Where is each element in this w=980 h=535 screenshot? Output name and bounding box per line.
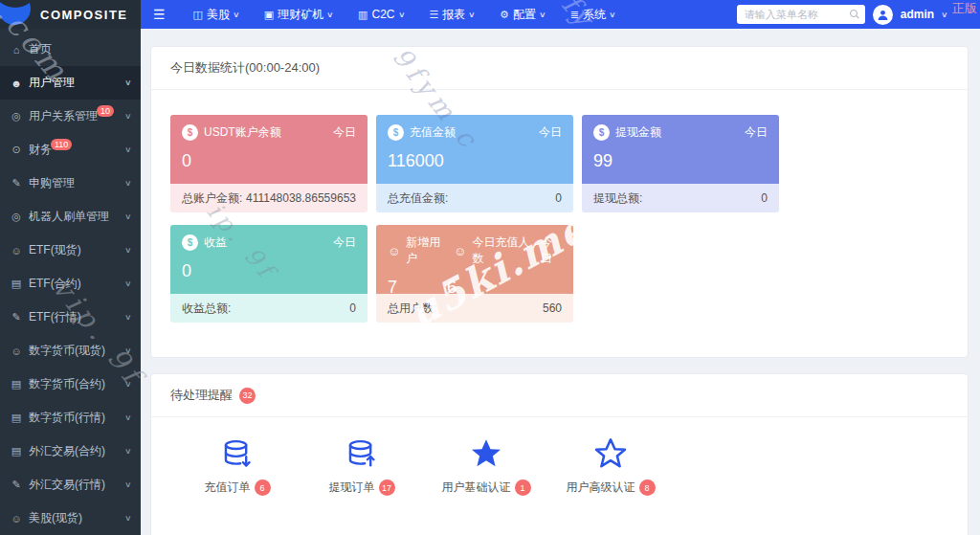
pending-basic-verification[interactable]: 用户基础认证 1 — [424, 436, 548, 496]
count-badge: 17 — [379, 479, 395, 496]
count-badge: 8 — [639, 479, 656, 496]
chevron-down-icon: ∨ — [124, 78, 132, 87]
sidebar: ⌂ 首页 ☻ 用户管理 ∨ ◎ 用户关系管理 10 ∨ ⊙ 财务 110 ∨ ✎… — [0, 29, 141, 535]
robot-icon: ◎ — [10, 211, 23, 223]
nav-item-c2c[interactable]: ▥ C2C ∨ — [358, 8, 404, 21]
stat-label: 新增用户 — [406, 234, 448, 267]
stat-label: 提现金额 — [615, 124, 661, 141]
count-badge: 32 — [239, 388, 256, 404]
sidebar-item-home[interactable]: ⌂ 首页 — [0, 33, 141, 66]
nav-item-reports[interactable]: ☰ 报表 ∨ — [429, 7, 475, 23]
stat-card-profit: $ 收益 今日 0 收益总额: 0 — [170, 225, 368, 323]
chevron-down-icon: ∨ — [124, 313, 132, 322]
sidebar-item-crypto-spot[interactable]: ☺ 数字货币(现货) ∨ — [0, 334, 141, 368]
panel-title: 今日数据统计(00:00-24:00) — [151, 47, 968, 90]
stat-value: 116000 — [388, 151, 562, 171]
stat-value-recharge-users: 6 — [447, 278, 457, 298]
sidebar-item-user-relations[interactable]: ◎ 用户关系管理 10 ∨ — [0, 100, 141, 133]
smiley-icon: ☺ — [10, 245, 23, 256]
count-badge: 10 — [97, 105, 114, 117]
nav-item-mining[interactable]: ▣ 理财矿机 ∨ — [264, 7, 333, 23]
stat-foot-label: 总用户数: — [388, 301, 436, 317]
stat-foot-label: 收益总额: — [182, 301, 231, 317]
sidebar-item-forex-contract[interactable]: ▤ 外汇交易(合约) ∨ — [0, 435, 141, 468]
chevron-down-icon: ∨ — [124, 145, 132, 154]
stat-value: 99 — [593, 151, 768, 171]
stat-value: 0 — [182, 151, 356, 171]
stat-value-new-users: 7 — [388, 278, 397, 298]
nav-item-system[interactable]: ≣ 系统 ∨ — [570, 7, 615, 23]
document-icon: ▤ — [10, 378, 23, 390]
panel-icon: ▣ — [264, 9, 274, 21]
topbar-right: admin ∨ — [737, 5, 980, 25]
nav-item-us-stock[interactable]: ◫ 美股 ∨ — [193, 7, 239, 23]
list-icon: ≣ — [570, 9, 579, 21]
chevron-down-icon: ∨ — [124, 480, 132, 489]
smiley-icon: ☺ — [454, 244, 466, 258]
sidebar-item-user-management[interactable]: ☻ 用户管理 ∨ — [0, 66, 141, 100]
chevron-down-icon: ∨ — [609, 11, 616, 19]
username[interactable]: admin — [901, 8, 934, 21]
sidebar-item-subscription[interactable]: ✎ 申购管理 ∨ — [0, 167, 141, 200]
stat-label: 今日充值人数 — [472, 234, 535, 267]
pencil-icon: ✎ — [10, 479, 23, 491]
smiley-icon: ☺ — [388, 244, 400, 258]
coin-icon: $ — [182, 124, 198, 141]
today-stats-panel: 今日数据统计(00:00-24:00) $ USDT账户余额 今日 0 — [150, 46, 969, 358]
user-avatar-icon — [877, 9, 889, 21]
main-content: 今日数据统计(00:00-24:00) $ USDT账户余额 今日 0 — [141, 29, 980, 535]
stat-value: 0 — [182, 261, 356, 281]
stat-foot-value: 0 — [761, 191, 768, 205]
top-nav-bar: ☰ ◫ 美股 ∨ ▣ 理财矿机 ∨ ▥ C2C ∨ ☰ — [141, 0, 980, 29]
dashboard-app: COMPOSITE ☰ ◫ 美股 ∨ ▣ 理财矿机 ∨ ▥ C2C ∨ — [0, 0, 980, 535]
count-badge: 6 — [255, 479, 271, 496]
chevron-down-icon: ∨ — [124, 346, 132, 355]
database-down-icon — [221, 436, 254, 471]
list-icon: ☰ — [429, 9, 438, 21]
top-nav: ◫ 美股 ∨ ▣ 理财矿机 ∨ ▥ C2C ∨ ☰ 报表 ∨ — [193, 7, 615, 23]
circle-dot-icon: ⊙ — [10, 144, 23, 156]
search-input[interactable] — [743, 8, 846, 21]
chevron-down-icon: ∨ — [539, 11, 546, 19]
chevron-down-icon: ∨ — [124, 112, 132, 121]
sidebar-item-crypto-contract[interactable]: ▤ 数字货币(合约) ∨ — [0, 368, 141, 401]
sidebar-item-etf-quotes[interactable]: ✎ ETF(行情) ∨ — [0, 301, 141, 334]
sidebar-item-etf-spot[interactable]: ☺ ETF(现货) ∨ — [0, 234, 141, 267]
panel-title: 待处理提醒 32 — [151, 374, 968, 417]
nav-item-config[interactable]: ⚙ 配置 ∨ — [500, 7, 546, 23]
top-bar: COMPOSITE ☰ ◫ 美股 ∨ ▣ 理财矿机 ∨ ▥ C2C ∨ — [0, 0, 980, 29]
avatar[interactable] — [873, 5, 893, 25]
stat-label: 充值金额 — [410, 124, 456, 141]
logo: COMPOSITE — [0, 0, 141, 29]
gear-icon: ⚙ — [500, 9, 509, 21]
stat-foot-value: 0 — [349, 301, 356, 315]
today-tag: 今日 — [333, 234, 356, 251]
stat-foot-value: 411148038.86559653 — [246, 191, 356, 205]
stat-label: 收益 — [204, 234, 227, 251]
circle-icon: ◎ — [10, 110, 23, 123]
pending-withdraw-orders[interactable]: 提现订单 17 — [300, 436, 424, 496]
chevron-down-icon: ∨ — [233, 11, 240, 19]
sidebar-item-usstock-spot[interactable]: ☺ 美股(现货) ∨ — [0, 502, 141, 535]
home-icon: ⌂ — [10, 44, 23, 56]
logo-text: COMPOSITE — [40, 8, 128, 22]
search-icon[interactable] — [850, 10, 859, 19]
sidebar-item-forex-quotes[interactable]: ✎ 外汇交易(行情) ∨ — [0, 468, 141, 502]
sidebar-toggle-icon[interactable]: ☰ — [141, 7, 178, 22]
chevron-down-icon[interactable]: ∨ — [941, 11, 948, 19]
sidebar-item-etf-contract[interactable]: ▤ ETF(合约) ∨ — [0, 267, 141, 301]
chevron-down-icon: ∨ — [124, 279, 132, 288]
chart-icon: ◫ — [193, 9, 203, 21]
chevron-down-icon: ∨ — [124, 380, 132, 389]
today-tag: 今日 — [745, 124, 768, 141]
pending-recharge-orders[interactable]: 充值订单 6 — [175, 436, 300, 496]
stat-card-recharge-amount: $ 充值金额 今日 116000 总充值金额: 0 — [376, 115, 573, 212]
pending-advanced-verification[interactable]: 用户高级认证 8 — [548, 436, 673, 496]
today-tag: 今日 — [539, 124, 562, 141]
sidebar-item-crypto-quotes[interactable]: ▤ 数字货币(行情) ∨ — [0, 401, 141, 435]
chevron-down-icon: ∨ — [124, 179, 132, 188]
sidebar-item-finance[interactable]: ⊙ 财务 110 ∨ — [0, 133, 141, 167]
stat-card-withdraw-amount: $ 提现金额 今日 99 提现总额: 0 — [582, 115, 779, 212]
smiley-icon: ☺ — [10, 346, 23, 357]
sidebar-item-robot-orders[interactable]: ◎ 机器人刷单管理 ∨ — [0, 200, 141, 234]
